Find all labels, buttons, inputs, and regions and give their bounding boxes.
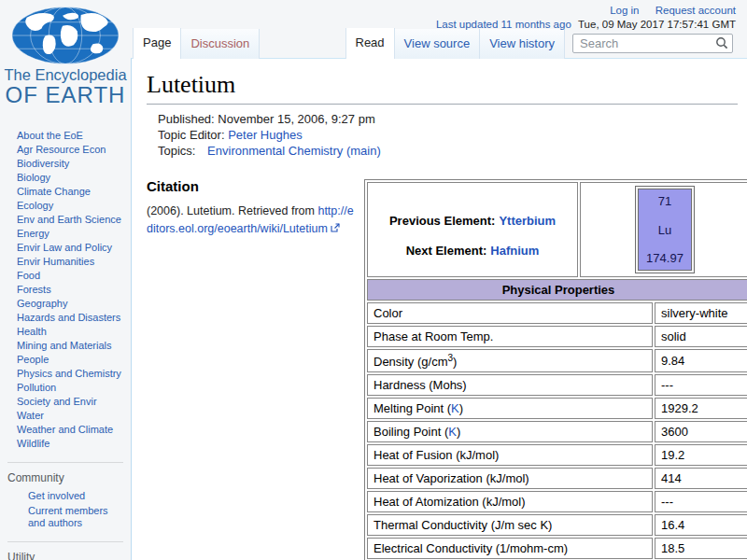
citation-section: Citation (2006). Lutetium. Retrieved fro… — [147, 178, 356, 238]
sidebar-link-energy[interactable]: Energy — [17, 228, 49, 239]
sidebar-item: Physics and Chemistry — [17, 369, 127, 379]
property-value: 414 — [655, 468, 747, 489]
published-row: Published: November 15, 2006, 9:27 pm — [158, 112, 747, 127]
property-row: Colorsilvery-white — [367, 302, 747, 324]
site-logo[interactable]: The Encyclopedia OF EARTH — [4, 6, 127, 108]
sidebar-section-list: Get involvedCurrent members and authors — [0, 487, 131, 539]
topic-editor-link[interactable]: Peter Hughes — [228, 128, 303, 142]
property-row: Melting Point (K)1929.2 — [367, 398, 747, 419]
atomic-number: 71 — [658, 194, 671, 208]
sidebar-section-list: About the EoEAgr Resource EconBiodiversi… — [0, 128, 131, 460]
sidebar-item: People — [17, 355, 127, 365]
search-icon[interactable] — [715, 36, 728, 49]
sidebar-link-get-involved[interactable]: Get involved — [28, 490, 85, 501]
sidebar-link-ecology[interactable]: Ecology — [17, 200, 53, 211]
sidebar-item: Agr Resource Econ — [17, 145, 127, 155]
page-meta: Published: November 15, 2006, 9:27 pm To… — [158, 112, 747, 159]
property-name: Phase at Room Temp. — [367, 326, 653, 347]
props-header-row: Physical Properties — [367, 279, 747, 301]
property-row: Electrical Conductivity (1/mohm-cm)18.5 — [367, 538, 747, 559]
personal-bar: Log in Request account Last updated 11 m… — [436, 4, 736, 32]
sidebar-item: Society and Envir — [17, 397, 127, 407]
property-value: 1929.2 — [655, 398, 747, 419]
tab-read[interactable]: Read — [345, 28, 395, 59]
sidebar-section-header-utility: Utility — [7, 541, 123, 560]
login-link[interactable]: Log in — [610, 5, 639, 16]
tab-page[interactable]: Page — [133, 28, 181, 59]
topic-editor-row: Topic Editor: Peter Hughes — [158, 128, 747, 143]
sidebar-item: Climate Change — [17, 187, 127, 197]
sidebar-link-agr-resource-econ[interactable]: Agr Resource Econ — [17, 144, 106, 155]
tab-label: Read — [356, 35, 385, 49]
next-element-label: Next Element: — [406, 244, 487, 258]
page-tabs-right: ReadView sourceView history — [345, 28, 565, 59]
sidebar-link-envir-humanities[interactable]: Envir Humanities — [17, 256, 94, 267]
property-value: solid — [655, 326, 747, 347]
sidebar-link-env-and-earth-science[interactable]: Env and Earth Science — [17, 214, 121, 225]
topic-editor-label: Topic Editor: — [158, 128, 225, 142]
sidebar-link-water[interactable]: Water — [17, 410, 44, 421]
props-header: Physical Properties — [367, 279, 747, 301]
sidebar-item: Hazards and Disasters — [17, 313, 127, 323]
sidebar-link-weather-and-climate[interactable]: Weather and Climate — [17, 424, 113, 435]
tab-discussion[interactable]: Discussion — [180, 29, 260, 59]
atomic-mass: 174.97 — [646, 251, 684, 265]
sidebar-link-current-members-and-authors[interactable]: Current members and authors — [28, 505, 108, 528]
last-updated-timestamp: Tue, 09 May 2017 17:57:41 GMT — [578, 19, 736, 30]
citation-text: (2006). Lutetium. Retrieved from http://… — [147, 203, 356, 238]
sidebar-link-health[interactable]: Health — [17, 326, 47, 337]
citation-prefix: (2006). Lutetium. Retrieved from — [147, 204, 315, 217]
topics-link[interactable]: Environmental Chemistry (main) — [207, 144, 381, 158]
sidebar-link-about-the-eoe[interactable]: About the EoE — [17, 130, 83, 141]
sidebar-link-pollution[interactable]: Pollution — [17, 382, 56, 393]
sidebar-link-mining-and-materials[interactable]: Mining and Materials — [17, 340, 112, 351]
sidebar-item: Weather and Climate — [17, 425, 127, 435]
sidebar-link-biology[interactable]: Biology — [17, 172, 50, 183]
citation-heading: Citation — [147, 178, 356, 194]
sidebar-item: Biodiversity — [17, 159, 127, 169]
sidebar-item: Geography — [17, 299, 127, 309]
sidebar-nav: About the EoEAgr Resource EconBiodiversi… — [0, 128, 131, 560]
last-updated-link[interactable]: Last updated 11 months ago — [436, 19, 571, 30]
property-row: Heat of Vaporization (kJ/mol)414 — [367, 468, 747, 489]
sidebar-item: Forests — [17, 285, 127, 295]
sidebar-link-geography[interactable]: Geography — [17, 298, 67, 309]
search-input[interactable] — [572, 34, 733, 53]
property-row: Thermal Conductivity (J/m sec K)16.4 — [367, 514, 747, 536]
sidebar-link-food[interactable]: Food — [17, 270, 40, 281]
sidebar-link-forests[interactable]: Forests — [17, 284, 51, 295]
sidebar-item: Envir Law and Policy — [17, 243, 127, 253]
sidebar-link-hazards-and-disasters[interactable]: Hazards and Disasters — [17, 312, 120, 323]
property-value: --- — [655, 374, 747, 396]
sidebar-item: Food — [17, 271, 127, 281]
topics-label: Topics: — [158, 144, 195, 158]
property-unit-link[interactable]: K — [448, 425, 457, 439]
property-name: Boiling Point (K) — [367, 421, 653, 442]
props-tbody: Colorsilvery-whitePhase at Room Temp.sol… — [367, 302, 747, 559]
sidebar-link-people[interactable]: People — [17, 354, 49, 365]
page-title: Lutetium — [147, 71, 738, 105]
sidebar-link-biodiversity[interactable]: Biodiversity — [17, 158, 69, 169]
property-value: 19.2 — [655, 444, 747, 466]
logo-text-line2: OF EARTH — [4, 82, 127, 108]
request-account-link[interactable]: Request account — [655, 5, 736, 16]
property-value: 16.4 — [655, 514, 747, 536]
sidebar-link-envir-law-and-policy[interactable]: Envir Law and Policy — [17, 242, 112, 253]
property-row: Heat of Fusion (kJ/mol)19.2 — [367, 444, 747, 466]
property-unit-link[interactable]: K — [451, 401, 459, 415]
sidebar-link-society-and-envir[interactable]: Society and Envir — [17, 396, 97, 407]
sidebar-link-wildlife[interactable]: Wildlife — [17, 438, 49, 449]
property-name: Heat of Vaporization (kJ/mol) — [367, 468, 653, 489]
tab-view-history[interactable]: View history — [479, 29, 565, 59]
topics-row: Topics: Environmental Chemistry (main) — [158, 144, 747, 159]
previous-element-link[interactable]: Ytterbium — [499, 214, 556, 228]
tab-label: View history — [489, 36, 555, 50]
element-nav-cell: Previous Element:Ytterbium Next Element:… — [367, 182, 578, 277]
article-body: Citation (2006). Lutetium. Retrieved fro… — [147, 178, 747, 238]
sidebar-item: Env and Earth Science — [17, 215, 127, 225]
tab-view-source[interactable]: View source — [394, 29, 481, 59]
sidebar-link-climate-change[interactable]: Climate Change — [17, 186, 91, 197]
next-element-link[interactable]: Hafnium — [490, 244, 539, 258]
property-row: Phase at Room Temp.solid — [367, 326, 747, 347]
sidebar-link-physics-and-chemistry[interactable]: Physics and Chemistry — [17, 368, 121, 379]
